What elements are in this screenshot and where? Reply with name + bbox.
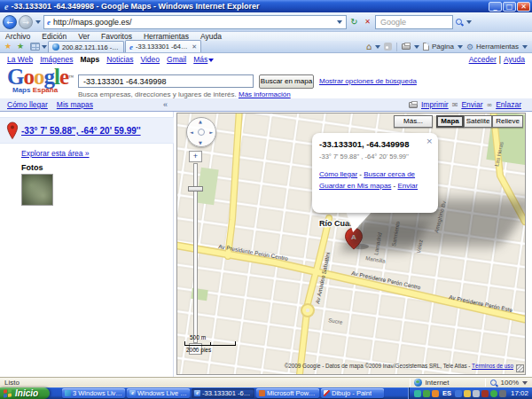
tray-icon[interactable] [455, 390, 462, 397]
rss-feed-icon[interactable] [384, 43, 392, 51]
taskbar-button-paint[interactable]: Dibujo - Paint [321, 388, 384, 398]
tray-icon[interactable] [481, 390, 489, 397]
favorites-star-icon[interactable]: ★ [2, 41, 14, 52]
taskbar-button-windows-live-group[interactable]: 3 Windows Live ... [62, 388, 125, 398]
back-button[interactable]: ← [3, 15, 17, 29]
quick-tabs-icon[interactable] [30, 43, 40, 51]
forward-button[interactable]: → [19, 15, 33, 29]
como-llegar-link[interactable]: Cómo llegar [7, 100, 48, 109]
nav-imagenes[interactable]: Imágenes [40, 55, 73, 64]
tray-icon[interactable] [423, 390, 430, 397]
address-dropdown-icon[interactable] [337, 20, 342, 24]
search-result-row[interactable]: -33° 7' 59.88'', -64° 20' 59.99'' [0, 117, 174, 144]
nav-maps[interactable]: Maps [80, 55, 99, 64]
bubble-como-llegar-link[interactable]: Cómo llegar [319, 170, 357, 178]
browser-search-box[interactable] [375, 15, 453, 29]
tab-google-maps[interactable]: e -33.133301 -64.349998 - ... ✕ [125, 40, 201, 52]
bubble-enviar-link[interactable]: Enviar [397, 182, 418, 190]
close-tab-icon[interactable]: ✕ [192, 43, 197, 51]
tray-icon[interactable] [490, 390, 497, 397]
nav-noticias[interactable]: Noticias [106, 55, 133, 64]
map-type-satellite-button[interactable]: Satélite [464, 115, 492, 128]
search-map-button[interactable]: Buscar en mapa [259, 74, 314, 89]
page-menu-label[interactable]: Página [432, 43, 454, 51]
map-canvas[interactable]: Av Presidente Perón CentroAv Presidente … [177, 113, 525, 374]
zoom-dropdown-icon[interactable] [522, 381, 528, 385]
browser-search-input[interactable] [379, 17, 450, 27]
nav-acceder[interactable]: Acceder [469, 55, 497, 64]
tray-icon[interactable] [464, 390, 471, 397]
page-menu-icon[interactable] [423, 43, 429, 51]
tray-icon[interactable] [432, 390, 439, 397]
maximize-button[interactable]: □ [503, 2, 516, 12]
mas-informacion-link[interactable]: Más información [239, 90, 291, 98]
nav-video[interactable]: Video [140, 55, 160, 64]
enlazar-link[interactable]: Enlazar [496, 100, 521, 109]
tray-icon[interactable] [414, 390, 421, 397]
address-input[interactable] [53, 18, 333, 27]
map-resize-grip[interactable] [516, 364, 524, 372]
menu-ayuda[interactable]: Ayuda [200, 32, 222, 41]
pan-up-icon[interactable]: ▲ [199, 119, 202, 124]
refresh-button[interactable]: ↻ [348, 15, 360, 29]
nav-mas[interactable]: Más [193, 55, 214, 64]
search-options-link[interactable]: Mostrar opciones de búsqueda [319, 77, 417, 85]
language-indicator[interactable]: ES [442, 389, 451, 397]
imprimir-link[interactable]: Imprimir [421, 100, 449, 109]
tray-icon[interactable] [473, 390, 480, 397]
taskbar-button-google-maps[interactable]: e -33.133301 -64.3... [192, 388, 254, 398]
photo-thumbnail[interactable] [21, 174, 53, 206]
zoom-in-button[interactable]: + [189, 151, 202, 162]
start-button[interactable]: Inicio [0, 387, 50, 399]
tab-argentina[interactable]: 200.82.121.116 - Argentina ... [48, 41, 124, 52]
explore-area-link[interactable]: Explorar esta área » [21, 149, 90, 158]
page-dropdown-icon[interactable] [458, 45, 463, 49]
taskbar-button-powerpoint[interactable]: Microsoft PowerP... [256, 388, 319, 398]
nav-ayuda[interactable]: Ayuda [504, 55, 525, 64]
home-icon[interactable]: ⌂ [366, 42, 372, 52]
home-dropdown-icon[interactable] [375, 45, 380, 49]
pan-center-icon[interactable] [198, 129, 205, 136]
add-favorite-icon[interactable]: ★ [14, 41, 27, 52]
nav-la-web[interactable]: La Web [7, 55, 33, 64]
nav-gmail[interactable]: Gmail [167, 55, 186, 64]
enviar-link[interactable]: Enviar [461, 100, 482, 109]
bubble-buscar-cerca-link[interactable]: Buscar cerca de [364, 170, 415, 178]
tools-menu-label[interactable]: Herramientas [476, 43, 519, 51]
search-dropdown-icon[interactable] [466, 20, 472, 24]
page-zoom-value[interactable]: 100% [501, 379, 519, 387]
bubble-close-icon[interactable]: × [426, 137, 433, 145]
tools-dropdown-icon[interactable] [522, 45, 528, 49]
tray-icon[interactable] [499, 390, 506, 397]
menu-ver[interactable]: Ver [78, 32, 90, 41]
pan-control[interactable]: ▲ ▼ ◄ ► [186, 117, 216, 147]
result-coordinates-link[interactable]: -33° 7' 59.88'', -64° 20' 59.99'' [21, 126, 141, 136]
zoom-slider-handle[interactable] [188, 186, 203, 192]
close-button[interactable]: ✕ [517, 2, 530, 12]
map-search-input[interactable] [82, 76, 250, 87]
pan-down-icon[interactable]: ▼ [199, 140, 202, 145]
map-type-map-button[interactable]: Mapa [436, 115, 464, 128]
print-dropdown-icon[interactable] [414, 45, 419, 49]
taskbar-clock[interactable]: 17:02 [511, 389, 528, 397]
taskbar-button-hotmail[interactable]: e Windows Live Hot... [127, 388, 190, 398]
address-field[interactable]: e [43, 15, 347, 29]
menu-archivo[interactable]: Archivo [5, 32, 30, 41]
minimize-button[interactable]: _ [489, 2, 502, 12]
mis-mapas-link[interactable]: Mis mapas [57, 100, 93, 109]
terms-link[interactable]: Términos de uso [472, 363, 513, 369]
collapse-sidebar-icon[interactable]: « [163, 100, 168, 109]
pan-right-icon[interactable]: ► [209, 129, 213, 135]
map-search-box[interactable] [78, 74, 254, 88]
page-zoom-icon[interactable] [489, 379, 498, 387]
bubble-guardar-link[interactable]: Guardar en Mis mapas [319, 182, 391, 190]
pan-left-icon[interactable]: ◄ [190, 129, 193, 135]
menu-edicion[interactable]: Edición [42, 32, 66, 41]
tab-list-dropdown-icon[interactable] [42, 45, 47, 49]
map-type-terrain-button[interactable]: Relieve [492, 115, 523, 128]
more-button[interactable]: Más... [394, 115, 433, 128]
tools-gear-icon[interactable]: ⚙ [466, 42, 473, 52]
stop-button[interactable]: ✕ [362, 15, 373, 29]
print-icon[interactable] [402, 43, 411, 50]
search-icon[interactable] [455, 18, 464, 27]
